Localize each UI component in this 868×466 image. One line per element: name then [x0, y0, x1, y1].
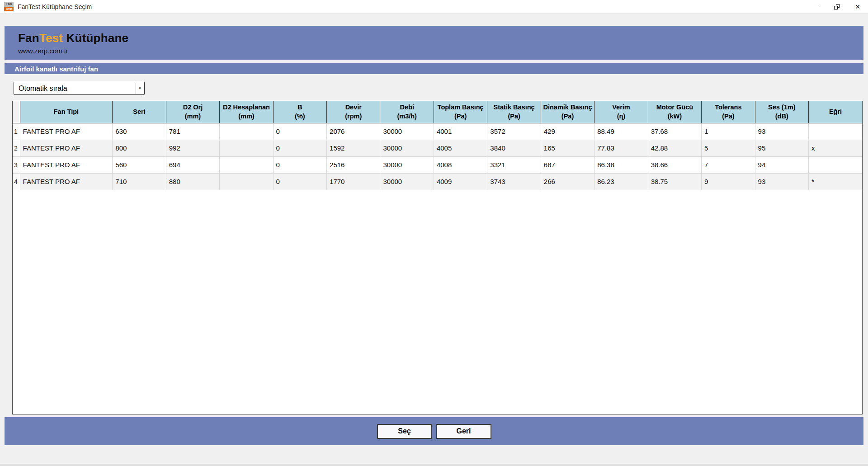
cell-d2-orj[interactable]: 694: [166, 156, 219, 173]
cell-d2-orj[interactable]: 781: [166, 123, 219, 140]
cell-devir[interactable]: 2076: [327, 123, 380, 140]
brand-subtitle: www.zerp.com.tr: [18, 47, 863, 55]
cell-verim[interactable]: 88.49: [594, 123, 648, 140]
column-header-devir[interactable]: Devir(rpm): [327, 101, 380, 123]
cell-ses-1m[interactable]: 94: [755, 156, 808, 173]
cell-motor-gucu[interactable]: 37.68: [648, 123, 701, 140]
select-button[interactable]: Seç: [377, 424, 432, 439]
column-header-toplam-basinc[interactable]: Toplam Basınç(Pa): [434, 101, 487, 123]
cell-tolerans[interactable]: 1: [702, 123, 755, 140]
column-header-seri[interactable]: Seri: [113, 101, 166, 123]
cell-d2-hesaplanan[interactable]: [220, 123, 273, 140]
cell-b[interactable]: 0: [273, 173, 326, 190]
cell-fan-tipi[interactable]: FANTEST PRO AF: [20, 140, 113, 156]
cell-debi[interactable]: 30000: [380, 156, 434, 173]
column-header-fan-tipi[interactable]: Fan Tipi: [20, 101, 113, 123]
app-icon-test-text: Test: [4, 7, 14, 12]
cell-egri[interactable]: [808, 156, 862, 173]
cell-fan-tipi[interactable]: FANTEST PRO AF: [20, 173, 113, 190]
cell-egri[interactable]: *: [808, 173, 862, 190]
window-title: FanTest Kütüphane Seçim: [18, 3, 92, 10]
cell-seri[interactable]: 630: [113, 123, 166, 140]
column-header-motor-gucu[interactable]: Motor Gücü(kW): [648, 101, 701, 123]
cell-debi[interactable]: 30000: [380, 123, 434, 140]
cell-debi[interactable]: 30000: [380, 173, 434, 190]
cell-d2-orj[interactable]: 992: [166, 140, 219, 156]
cell-devir[interactable]: 1592: [327, 140, 380, 156]
close-icon: ✕: [855, 4, 860, 10]
app-icon-fan-text: Fan: [4, 2, 14, 7]
cell-d2-orj[interactable]: 880: [166, 173, 219, 190]
cell-verim[interactable]: 86.23: [594, 173, 648, 190]
sort-dropdown[interactable]: Otomatik sırala ▼: [14, 82, 145, 95]
cell-debi[interactable]: 30000: [380, 140, 434, 156]
cell-ses-1m[interactable]: 95: [755, 140, 808, 156]
column-header-debi[interactable]: Debi(m3/h): [380, 101, 434, 123]
cell-seri[interactable]: 560: [113, 156, 166, 173]
row-number[interactable]: 3: [13, 156, 20, 173]
cell-ses-1m[interactable]: 93: [755, 123, 808, 140]
minimize-button[interactable]: [806, 0, 826, 14]
column-header-b[interactable]: B(%): [273, 101, 326, 123]
column-header-verim[interactable]: Verim(η): [594, 101, 648, 123]
brand-rest: Kütüphane: [63, 31, 128, 45]
cell-fan-tipi[interactable]: FANTEST PRO AF: [20, 156, 113, 173]
cell-seri[interactable]: 710: [113, 173, 166, 190]
cell-devir[interactable]: 2516: [327, 156, 380, 173]
back-button[interactable]: Geri: [436, 424, 491, 439]
cell-motor-gucu[interactable]: 38.66: [648, 156, 701, 173]
cell-statik-basinc[interactable]: 3743: [487, 173, 541, 190]
cell-verim[interactable]: 77.83: [594, 140, 648, 156]
restore-button[interactable]: [826, 0, 847, 14]
column-header-d2-orj[interactable]: D2 Orj(mm): [166, 101, 219, 123]
cell-motor-gucu[interactable]: 38.75: [648, 173, 701, 190]
cell-fan-tipi[interactable]: FANTEST PRO AF: [20, 123, 113, 140]
row-number[interactable]: 4: [13, 173, 20, 190]
cell-toplam-basinc[interactable]: 4001: [434, 123, 487, 140]
cell-d2-hesaplanan[interactable]: [220, 140, 273, 156]
cell-toplam-basinc[interactable]: 4009: [434, 173, 487, 190]
chevron-down-icon[interactable]: ▼: [136, 83, 144, 94]
brand-title: FanTest Kütüphane: [18, 31, 863, 45]
cell-d2-hesaplanan[interactable]: [220, 173, 273, 190]
column-header-egri[interactable]: Eğri: [808, 101, 862, 123]
column-header-ses-1m[interactable]: Ses (1m)(dB): [755, 101, 808, 123]
row-selector-header[interactable]: [13, 101, 20, 123]
cell-dinamik-basinc[interactable]: 266: [541, 173, 594, 190]
cell-statik-basinc[interactable]: 3840: [487, 140, 541, 156]
cell-b[interactable]: 0: [273, 140, 326, 156]
cell-b[interactable]: 0: [273, 123, 326, 140]
table-row: 1FANTEST PRO AF6307810207630000400135724…: [13, 123, 862, 140]
column-header-d2-hesaplanan[interactable]: D2 Hesaplanan(mm): [220, 101, 273, 123]
row-number[interactable]: 2: [13, 140, 20, 156]
section-title-bar: Airfoil kanatlı santrifuj fan: [5, 63, 863, 74]
cell-statik-basinc[interactable]: 3572: [487, 123, 541, 140]
row-number[interactable]: 1: [13, 123, 20, 140]
cell-verim[interactable]: 86.38: [594, 156, 648, 173]
cell-motor-gucu[interactable]: 42.88: [648, 140, 701, 156]
cell-toplam-basinc[interactable]: 4005: [434, 140, 487, 156]
cell-egri[interactable]: [808, 123, 862, 140]
fan-table-container: Fan TipiSeriD2 Orj(mm)D2 Hesaplanan(mm)B…: [12, 101, 863, 414]
column-header-dinamik-basinc[interactable]: Dinamik Basınç(Pa): [541, 101, 594, 123]
cell-devir[interactable]: 1770: [327, 173, 380, 190]
close-button[interactable]: ✕: [847, 0, 868, 14]
cell-toplam-basinc[interactable]: 4008: [434, 156, 487, 173]
cell-egri[interactable]: x: [808, 140, 862, 156]
cell-dinamik-basinc[interactable]: 165: [541, 140, 594, 156]
column-header-tolerans[interactable]: Tolerans(Pa): [702, 101, 755, 123]
cell-dinamik-basinc[interactable]: 687: [541, 156, 594, 173]
brand-test: Test: [39, 31, 63, 45]
sort-dropdown-value: Otomatik sırala: [19, 85, 67, 93]
cell-tolerans[interactable]: 5: [702, 140, 755, 156]
cell-dinamik-basinc[interactable]: 429: [541, 123, 594, 140]
brand-header: FanTest Kütüphane www.zerp.com.tr: [5, 26, 863, 60]
cell-seri[interactable]: 800: [113, 140, 166, 156]
cell-b[interactable]: 0: [273, 156, 326, 173]
cell-ses-1m[interactable]: 93: [755, 173, 808, 190]
cell-d2-hesaplanan[interactable]: [220, 156, 273, 173]
cell-tolerans[interactable]: 9: [702, 173, 755, 190]
cell-tolerans[interactable]: 7: [702, 156, 755, 173]
column-header-statik-basinc[interactable]: Statik Basınç(Pa): [487, 101, 541, 123]
cell-statik-basinc[interactable]: 3321: [487, 156, 541, 173]
